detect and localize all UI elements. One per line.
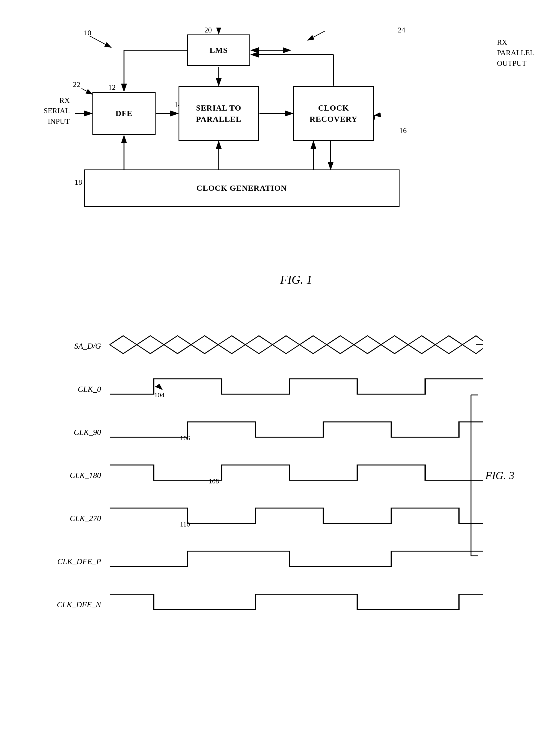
rx-serial-label: RX SERIAL INPUT — [43, 95, 70, 127]
fig3-diagram: SA_D/G CLK_0 — [52, 333, 483, 618]
fig1-diagram: 10 20 24 12 14 16 18 22 RX SERIAL INPUT … — [67, 17, 468, 261]
signal-label-clk270: CLK_270 — [52, 514, 110, 523]
svg-line-4 — [90, 36, 111, 47]
ref-20: 20 — [204, 26, 212, 35]
box-dfe: DFE — [93, 92, 155, 135]
waveform-clk270-area: 110 — [110, 505, 483, 531]
svg-line-15 — [308, 31, 325, 40]
waveform-sa-dg: SA_D/G — [52, 333, 483, 359]
rx-parallel-label: RX PARALLEL OUTPUT — [497, 37, 535, 69]
ref-12: 12 — [108, 83, 116, 92]
fig3-bracket-svg — [465, 392, 483, 559]
ref-16: 16 — [399, 126, 407, 135]
fig1-arrows — [67, 17, 468, 261]
ref-10: 10 — [84, 29, 91, 37]
signal-label-clk0: CLK_0 — [52, 385, 110, 394]
signal-label-sa-dg: SA_D/G — [52, 342, 110, 351]
ref-24: 24 — [398, 26, 405, 35]
ref-106: 106 — [180, 434, 190, 442]
ref-104: 104 — [154, 391, 164, 399]
waveform-clk-dfe-n: CLK_DFE_N — [52, 592, 483, 618]
ref-108: 108 — [209, 477, 219, 485]
waveform-clk90: CLK_90 106 — [52, 419, 483, 445]
waveform-clk-dfe-n-area — [110, 592, 483, 618]
box-lms: LMS — [187, 35, 250, 66]
waveform-clk180: CLK_180 108 — [52, 463, 483, 488]
waveform-clk90-area: 106 — [110, 419, 483, 445]
waveform-clk270: CLK_270 110 — [52, 505, 483, 531]
fig1-caption: FIG. 1 — [80, 273, 512, 287]
box-clock-generation: CLOCK GENERATION — [84, 169, 400, 207]
waveform-clk0-area: 104 — [110, 376, 483, 402]
signal-label-clk90: CLK_90 — [52, 428, 110, 437]
svg-line-23 — [157, 385, 162, 389]
signal-label-clk180: CLK_180 — [52, 471, 110, 480]
ref-18: 18 — [75, 178, 82, 187]
waveform-clk0: CLK_0 104 — [52, 376, 483, 402]
svg-line-21 — [374, 115, 375, 120]
fig3-bracket-area: FIG. 3 — [465, 333, 514, 618]
box-serial-to-parallel: SERIAL TO PARALLEL — [179, 86, 259, 141]
fig1-section: 10 20 24 12 14 16 18 22 RX SERIAL INPUT … — [0, 0, 535, 316]
ref-110: 110 — [180, 521, 190, 528]
fig3-section: SA_D/G CLK_0 — [0, 316, 535, 652]
waveform-sa-dg-area — [110, 333, 483, 359]
signal-label-clk-dfe-p: CLK_DFE_P — [52, 557, 110, 566]
waveform-clk-dfe-p: CLK_DFE_P — [52, 549, 483, 574]
fig3-label: FIG. 3 — [485, 469, 514, 482]
signal-label-clk-dfe-n: CLK_DFE_N — [52, 600, 110, 609]
box-clock-recovery: CLOCK RECOVERY — [293, 86, 374, 141]
waveform-clk180-area: 108 — [110, 463, 483, 488]
ref-22: 22 — [73, 80, 80, 89]
waveform-clk-dfe-p-area — [110, 549, 483, 574]
svg-line-20 — [81, 88, 93, 94]
